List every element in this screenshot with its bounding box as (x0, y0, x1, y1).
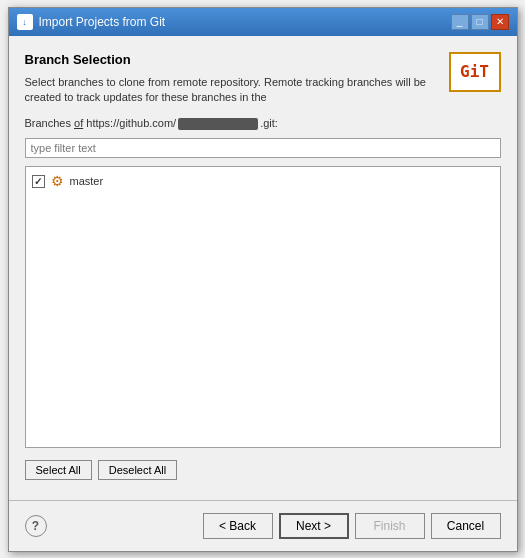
branches-of: of (74, 117, 83, 129)
branch-name-master: master (70, 175, 104, 187)
branches-prefix: Branches (25, 117, 75, 129)
section-title: Branch Selection (25, 52, 441, 67)
next-button[interactable]: Next > (279, 513, 349, 539)
main-window: ↓ Import Projects from Git _ □ ✕ Branch … (8, 7, 518, 552)
git-logo: GiT (449, 52, 501, 92)
main-content: Branch Selection Select branches to clon… (9, 36, 517, 496)
branches-label: Branches of https://github.com/ .git: (25, 117, 501, 130)
header-row: Branch Selection Select branches to clon… (25, 52, 501, 106)
filter-input[interactable] (25, 138, 501, 158)
deselect-all-button[interactable]: Deselect All (98, 460, 177, 480)
title-bar: ↓ Import Projects from Git _ □ ✕ (9, 8, 517, 36)
section-description: Select branches to clone from remote rep… (25, 75, 441, 106)
title-bar-left: ↓ Import Projects from Git (17, 14, 166, 30)
help-button[interactable]: ? (25, 515, 47, 537)
footer: ? < Back Next > Finish Cancel (9, 505, 517, 551)
redacted-url (178, 118, 258, 130)
window-title: Import Projects from Git (39, 15, 166, 29)
footer-left: ? (25, 515, 47, 537)
close-button[interactable]: ✕ (491, 14, 509, 30)
header-text: Branch Selection Select branches to clon… (25, 52, 441, 106)
branch-checkbox-master[interactable] (32, 175, 45, 188)
minimize-button[interactable]: _ (451, 14, 469, 30)
branch-icon-master: ⚙ (51, 173, 64, 189)
maximize-button[interactable]: □ (471, 14, 489, 30)
branches-url-prefix: https://github.com/ (83, 117, 176, 129)
footer-nav-buttons: < Back Next > Finish Cancel (203, 513, 501, 539)
window-icon: ↓ (17, 14, 33, 30)
footer-divider (9, 500, 517, 501)
cancel-button[interactable]: Cancel (431, 513, 501, 539)
branches-url-suffix: .git: (260, 117, 278, 129)
finish-button[interactable]: Finish (355, 513, 425, 539)
select-all-button[interactable]: Select All (25, 460, 92, 480)
branch-item-master: ⚙ master (30, 171, 496, 191)
title-controls: _ □ ✕ (451, 14, 509, 30)
branch-list: ⚙ master (25, 166, 501, 447)
select-buttons-row: Select All Deselect All (25, 460, 501, 480)
back-button[interactable]: < Back (203, 513, 273, 539)
